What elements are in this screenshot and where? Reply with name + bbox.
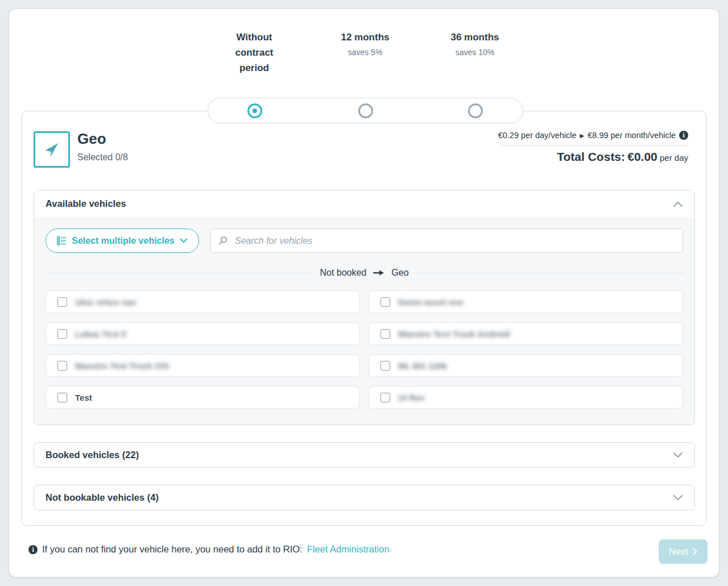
contract-option-subtitle: saves 5% <box>320 48 411 57</box>
select-multiple-vehicles-button[interactable]: Select multiple vehicles <box>46 228 199 253</box>
divider-line <box>416 273 683 273</box>
available-vehicles-header[interactable]: Available vehicles <box>34 190 694 217</box>
arrow-right-icon <box>373 269 384 276</box>
chevron-down-icon <box>180 238 188 243</box>
selected-count: Selected 0/8 <box>77 152 128 163</box>
radio-12-months[interactable] <box>358 103 373 118</box>
not-bookable-vehicles-title: Not bookable vehicles (4) <box>46 492 159 503</box>
total-costs-label: Total Costs: <box>557 150 625 163</box>
contract-period-selector <box>208 98 523 123</box>
vehicle-label: Test <box>75 393 92 402</box>
booking-card: Without contract period 12 months saves … <box>9 9 719 577</box>
transfer-from-label: Not booked <box>320 268 366 278</box>
fleet-administration-link[interactable]: Fleet Administration <box>307 544 390 555</box>
contract-option-12-months: 12 months saves 5% <box>320 30 411 57</box>
search-icon <box>218 236 228 246</box>
vehicle-row[interactable]: Maestro Test Truck iOS <box>46 354 360 377</box>
booked-vehicles-panel[interactable]: Booked vehicles (22) <box>34 442 695 468</box>
geo-product-card: Geo Selected 0/8 €0.29 per day/vehicle ▶… <box>21 111 707 526</box>
vehicle-label: Ubix virtus van <box>75 297 136 307</box>
product-title: Geo <box>77 130 106 148</box>
next-button[interactable]: Next <box>659 539 708 564</box>
price-per-day: €0.29 per day/vehicle <box>498 131 577 140</box>
vehicle-row[interactable]: Lukas Test 5 <box>46 322 360 345</box>
total-costs-line: Total Costs: €0.00 per day <box>498 150 688 164</box>
chevron-down-icon[interactable] <box>673 494 683 501</box>
vehicle-row[interactable]: Test <box>46 386 360 409</box>
vehicle-label: UI Rex <box>398 393 425 402</box>
available-vehicles-title: Available vehicles <box>46 198 126 209</box>
vehicle-checkbox[interactable] <box>57 329 67 339</box>
available-vehicles-body: Select multiple vehicles <box>34 217 694 420</box>
contract-option-title: Without contract period <box>223 30 286 76</box>
info-icon: i <box>28 545 38 554</box>
chevron-up-icon[interactable] <box>673 201 683 207</box>
geo-navigation-icon <box>34 131 70 168</box>
radio-36-months[interactable] <box>468 103 483 118</box>
pricing-block: €0.29 per day/vehicle ▶ €8.99 per month/… <box>498 131 688 164</box>
vehicle-checkbox[interactable] <box>380 329 390 339</box>
search-input[interactable] <box>210 228 683 253</box>
booked-vehicles-title: Booked vehicles (22) <box>46 450 139 460</box>
vehicle-row[interactable]: ML MA 1286 <box>369 354 683 377</box>
vehicle-row[interactable]: Ubix virtus van <box>46 290 360 313</box>
vehicle-label: ML MA 1286 <box>398 361 447 371</box>
available-vehicles-panel: Available vehicles <box>34 190 695 425</box>
select-multiple-vehicles-label: Select multiple vehicles <box>72 236 175 246</box>
price-line: €0.29 per day/vehicle ▶ €8.99 per month/… <box>498 131 688 146</box>
contract-option-title: 36 months <box>429 30 520 45</box>
divider-line <box>46 273 313 273</box>
contract-option-title: 12 months <box>320 30 411 45</box>
arrow-right-icon: ▶ <box>580 132 585 139</box>
vehicle-row[interactable]: Demo asset one <box>369 290 683 313</box>
contract-option-without: Without contract period <box>223 30 286 76</box>
transfer-to-label: Geo <box>391 268 408 278</box>
total-costs-value: €0.00 <box>627 150 657 163</box>
vehicle-checkbox[interactable] <box>380 361 390 371</box>
vehicle-row[interactable]: UI Rex <box>369 386 683 409</box>
vehicle-checkbox[interactable] <box>380 297 390 307</box>
vehicle-checkbox[interactable] <box>380 393 390 402</box>
vehicle-grid: Ubix virtus van Demo asset one Lukas Tes… <box>46 290 683 409</box>
not-bookable-vehicles-panel[interactable]: Not bookable vehicles (4) <box>34 485 695 510</box>
contract-option-subtitle: saves 10% <box>429 48 520 57</box>
total-costs-unit: per day <box>660 153 688 163</box>
chevron-down-icon[interactable] <box>673 452 683 459</box>
vehicle-label: Demo asset one <box>398 297 464 307</box>
chevron-right-icon <box>693 548 697 555</box>
vehicle-checkbox[interactable] <box>57 297 67 307</box>
price-per-month: €8.99 per month/vehicle <box>588 131 676 140</box>
vehicle-checkbox[interactable] <box>57 361 67 371</box>
footer-hint-text: If you can not find your vehicle here, y… <box>42 544 303 555</box>
checklist-icon <box>57 236 67 246</box>
navigation-arrow-icon <box>42 139 62 160</box>
footer-hint: i If you can not find your vehicle here,… <box>28 544 390 555</box>
vehicle-checkbox[interactable] <box>57 393 67 402</box>
vehicle-label: Maestro Test Truck Android <box>398 329 510 339</box>
radio-without-contract-period[interactable] <box>247 103 262 118</box>
contract-option-36-months: 36 months saves 10% <box>429 30 520 57</box>
transfer-divider: Not booked Geo <box>46 268 683 278</box>
next-button-label: Next <box>669 546 688 557</box>
info-icon[interactable]: i <box>679 131 688 140</box>
vehicle-label: Lukas Test 5 <box>75 329 126 339</box>
vehicle-row[interactable]: Maestro Test Truck Android <box>369 322 683 345</box>
vehicle-label: Maestro Test Truck iOS <box>75 361 169 371</box>
